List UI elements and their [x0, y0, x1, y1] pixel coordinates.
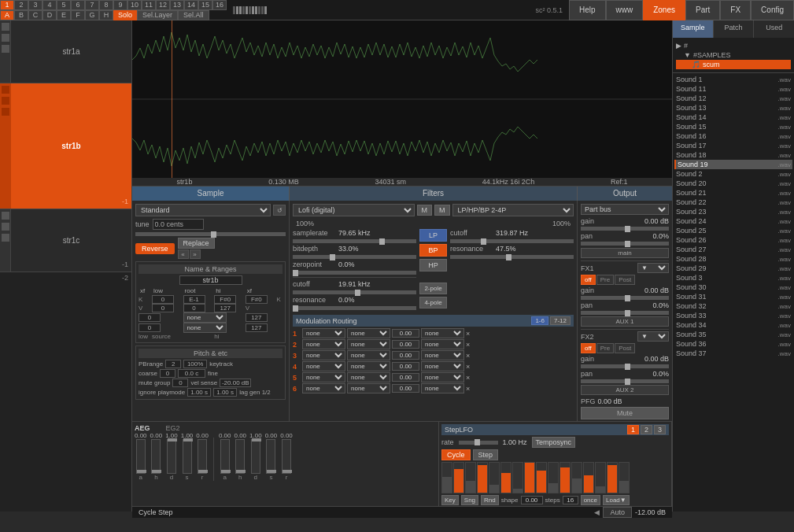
v-hi-input[interactable] [214, 304, 236, 312]
output-tab[interactable]: Output [578, 187, 672, 201]
filters-tab[interactable]: Filters [290, 187, 578, 201]
letter-btn-e[interactable]: E [57, 10, 71, 20]
zeropoint-slider[interactable] [293, 271, 416, 275]
fx2-gain-slider[interactable] [581, 364, 669, 368]
mod6-dest2[interactable]: none [421, 383, 464, 393]
track-str1a[interactable]: str1a [0, 20, 131, 83]
www-button[interactable]: www [606, 0, 644, 20]
track-str1c[interactable]: str1c -1 [0, 209, 131, 272]
sample-mode-dropdown[interactable]: Standard [135, 204, 271, 216]
mod6-val[interactable] [392, 384, 419, 393]
step-cell-12[interactable] [571, 462, 582, 493]
replace-button[interactable]: Replace [178, 238, 215, 249]
file-list-item[interactable]: Sound 11.wav [674, 84, 792, 94]
mod4-x[interactable]: × [466, 363, 470, 371]
hp-button[interactable]: HP [419, 259, 447, 272]
steps-input[interactable] [563, 496, 578, 504]
file-list-item[interactable]: Sound 27.wav [674, 245, 792, 254]
file-list-item[interactable]: Sound 29.wav [674, 264, 792, 273]
sel-layer-button[interactable]: Sel.Layer [137, 10, 178, 20]
fx1-pan-slider[interactable] [581, 311, 669, 315]
file-list-item[interactable]: Sound 32.wav [674, 301, 792, 311]
step-cell-5[interactable] [489, 462, 500, 493]
loop-icon[interactable]: ↺ [273, 205, 286, 216]
file-list-item[interactable]: Sound 18.wav [674, 150, 792, 160]
file-list-item[interactable]: Sound 21.wav [674, 188, 792, 198]
shape-input[interactable] [521, 496, 543, 504]
auto-button[interactable]: Auto [603, 507, 632, 518]
aux2-label[interactable]: AUX 2 [581, 385, 669, 395]
tune-slider[interactable] [135, 232, 286, 236]
filter1-dropdown[interactable]: Lofi (digital) [293, 204, 415, 216]
fx2-pan-slider[interactable] [581, 379, 669, 383]
solo-button[interactable]: Solo [113, 10, 137, 20]
filter1-m-button[interactable]: M [417, 205, 433, 216]
cutoff2-slider[interactable] [450, 239, 574, 243]
used-tab-right[interactable]: Used [754, 20, 794, 38]
fx1-gain-slider[interactable] [581, 296, 669, 300]
patch-tab-right[interactable]: Patch [714, 20, 755, 38]
cycle-button[interactable]: Cycle [441, 449, 471, 460]
file-list-item[interactable]: Sound 28.wav [674, 254, 792, 264]
fx2-pre-button[interactable]: Pre [596, 343, 614, 353]
mod2-x[interactable]: × [466, 341, 470, 349]
file-list-item[interactable]: Sound 36.wav [674, 339, 792, 349]
file-list-item[interactable]: Sound 33.wav [674, 311, 792, 320]
cutoff-slider[interactable] [293, 290, 416, 294]
mod3-val[interactable] [392, 351, 419, 360]
fx-button[interactable]: FX [720, 0, 751, 20]
letter-btn-d[interactable]: D [42, 10, 57, 20]
reverse-button[interactable]: Reverse [135, 243, 175, 254]
file-list-item[interactable]: Sound 26.wav [674, 235, 792, 245]
eg2-h-slider[interactable] [235, 439, 245, 474]
eg2-d-slider[interactable] [251, 439, 260, 474]
mod2-dest2[interactable]: none [421, 339, 464, 349]
file-list-item[interactable]: Sound 17.wav [674, 141, 792, 150]
mod6-src[interactable]: none [302, 383, 345, 393]
mod5-src[interactable]: none [302, 372, 345, 382]
bp-button[interactable]: BP [419, 244, 447, 257]
fx1-post-button[interactable]: Post [615, 275, 635, 285]
k-root-input[interactable] [183, 295, 205, 304]
num-btn-3[interactable]: 3 [28, 0, 42, 10]
mod1-dest2[interactable]: none [421, 328, 464, 338]
mute-button[interactable]: Mute [581, 407, 669, 419]
letter-btn-a[interactable]: A [0, 10, 14, 20]
file-list-item[interactable]: Sound 1.wav [674, 75, 792, 84]
eg2-a-slider[interactable] [220, 439, 230, 474]
num-btn-6[interactable]: 6 [71, 0, 85, 10]
mod6-dest[interactable]: none [347, 383, 390, 393]
v-low-input[interactable] [152, 304, 174, 312]
num-btn-2[interactable]: 2 [14, 0, 28, 10]
pole4-button[interactable]: 4-pole [419, 297, 447, 308]
mod1-dest[interactable]: none [347, 328, 390, 338]
step-cell-8[interactable] [524, 462, 535, 493]
fx1-off-button[interactable]: off [581, 275, 596, 285]
range2-hi[interactable] [246, 323, 268, 332]
rnd-button[interactable]: Rnd [481, 495, 499, 505]
file-list-item[interactable]: Sound 2.wav [674, 169, 792, 179]
mod5-dest2[interactable]: none [421, 372, 464, 382]
fx2-select[interactable]: ▼ [637, 331, 669, 342]
part-button[interactable]: Part [685, 0, 720, 20]
step-cell-4[interactable] [477, 462, 488, 493]
mod3-dest[interactable]: none [347, 350, 390, 360]
aeg-r-slider[interactable] [198, 439, 207, 474]
file-list-item[interactable]: Sound 19.wav [674, 160, 792, 169]
eg2-r-slider[interactable] [282, 439, 291, 474]
temposync-button[interactable]: Temposync [532, 437, 576, 448]
letter-btn-f[interactable]: F [71, 10, 85, 20]
step-cell-15[interactable] [607, 462, 618, 493]
eg2-s-slider[interactable] [266, 439, 275, 474]
rate-slider[interactable] [459, 441, 498, 445]
step-cell-1[interactable] [441, 462, 452, 493]
lfo-btn-3[interactable]: 3 [654, 425, 666, 434]
mod5-x[interactable]: × [466, 374, 470, 382]
mod2-src[interactable]: none [302, 339, 345, 349]
filter2-m-button[interactable]: M [434, 205, 450, 216]
next-button[interactable]: » [190, 249, 201, 259]
file-samples-folder[interactable]: ▼ #SAMPLES [676, 50, 791, 60]
num-btn-4[interactable]: 4 [42, 0, 57, 10]
file-list-item[interactable]: Sound 35.wav [674, 330, 792, 339]
main-button[interactable]: main [581, 248, 669, 258]
